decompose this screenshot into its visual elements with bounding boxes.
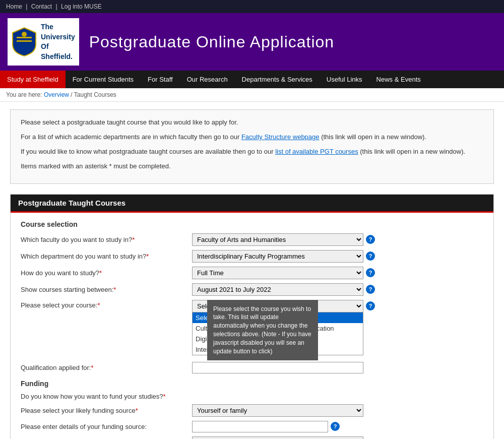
university-name: TheUniversityOfSheffield. bbox=[41, 22, 75, 61]
form-section-header: Postgraduate Taught Courses bbox=[11, 195, 493, 213]
login-link[interactable]: Log into MUSE bbox=[61, 3, 102, 10]
study-mode-label: How do you want to study?* bbox=[21, 269, 192, 277]
svg-point-2 bbox=[22, 32, 27, 37]
course-row: Please select your course:* Select cours… bbox=[21, 300, 483, 358]
study-mode-help-icon[interactable]: ? bbox=[366, 268, 375, 277]
funding-section: Funding Do you know how you want to fund… bbox=[21, 380, 483, 439]
department-label: Which department do you want to study in… bbox=[21, 253, 192, 260]
faculty-select[interactable]: Faculty of Arts and Humanities bbox=[192, 233, 363, 246]
info-line1: Please select a postgraduate taught cour… bbox=[21, 117, 483, 128]
qualification-row: Qualification applied for:* bbox=[21, 362, 483, 373]
faculty-help-icon[interactable]: ? bbox=[366, 235, 375, 244]
nav-departments-services[interactable]: Departments & Services bbox=[235, 71, 320, 88]
main-content: Please select a postgraduate taught cour… bbox=[0, 102, 504, 439]
top-bar: Home | Contact | Log into MUSE bbox=[0, 0, 504, 13]
course-label: Please select your course:* bbox=[21, 300, 192, 309]
nav-for-current-students[interactable]: For Current Students bbox=[66, 71, 141, 88]
breadcrumb-overview-link[interactable]: Overview bbox=[44, 91, 69, 98]
department-row: Which department do you want to study in… bbox=[21, 250, 483, 263]
logo-container: TheUniversityOfSheffield. bbox=[8, 18, 79, 66]
date-range-row: Show courses starting between:* August 2… bbox=[21, 283, 483, 296]
course-tooltip: Please select the course you wish to tak… bbox=[207, 300, 318, 361]
nav-useful-links[interactable]: Useful Links bbox=[320, 71, 369, 88]
faculty-structure-link[interactable]: Faculty Structure webpage bbox=[241, 133, 320, 141]
nav-news-events[interactable]: News & Events bbox=[369, 71, 428, 88]
department-help-icon[interactable]: ? bbox=[366, 252, 375, 261]
department-select[interactable]: Interdisciplinary Faculty Programmes bbox=[192, 250, 363, 263]
svg-rect-1 bbox=[17, 40, 32, 42]
date-range-select[interactable]: August 2021 to July 2022 bbox=[192, 283, 363, 296]
info-box: Please select a postgraduate taught cour… bbox=[10, 109, 494, 183]
fund-question-row: Do you know how you want to fund your st… bbox=[21, 393, 483, 400]
info-line4: Items marked with an asterisk * must be … bbox=[21, 161, 483, 172]
date-range-label: Show courses starting between:* bbox=[21, 286, 192, 293]
pgt-courses-link[interactable]: list of available PGT courses bbox=[275, 148, 358, 155]
nav-our-research[interactable]: Our Research bbox=[180, 71, 235, 88]
course-selection-title: Course selection bbox=[21, 220, 483, 228]
university-shield-icon bbox=[12, 27, 37, 57]
fund-question-label: Do you know how you want to fund your st… bbox=[21, 393, 192, 400]
breadcrumb: You are here: Overview / Taught Courses bbox=[0, 88, 504, 102]
breadcrumb-current: Taught Courses bbox=[74, 91, 116, 98]
funding-stage-row: What stage are you at with your funding?… bbox=[21, 436, 483, 439]
form-body: Course selection Which faculty do you wa… bbox=[11, 213, 493, 439]
date-range-help-icon[interactable]: ? bbox=[366, 285, 375, 294]
funding-source-row: Please select your likely funding source… bbox=[21, 404, 483, 417]
funding-details-row: Please enter details of your funding sou… bbox=[21, 421, 483, 432]
faculty-label: Which faculty do you want to study in?* bbox=[21, 236, 192, 243]
nav-for-staff[interactable]: For Staff bbox=[141, 71, 180, 88]
funding-source-select[interactable]: Yourself or family bbox=[192, 404, 363, 417]
study-mode-row: How do you want to study?* Full Time ? bbox=[21, 267, 483, 279]
funding-title: Funding bbox=[21, 380, 483, 388]
info-line2: For a list of which academic departments… bbox=[21, 132, 483, 143]
main-nav: Study at Sheffield For Current Students … bbox=[0, 71, 504, 88]
funding-details-label: Please enter details of your funding sou… bbox=[21, 423, 192, 430]
page-header-title: Postgraduate Online Application bbox=[89, 33, 334, 51]
qualification-label: Qualification applied for:* bbox=[21, 364, 192, 371]
header: TheUniversityOfSheffield. Postgraduate O… bbox=[0, 13, 504, 71]
study-mode-select[interactable]: Full Time bbox=[192, 267, 363, 279]
faculty-row: Which faculty do you want to study in?* … bbox=[21, 233, 483, 246]
funding-details-input[interactable] bbox=[192, 421, 328, 432]
contact-link[interactable]: Contact bbox=[31, 3, 52, 10]
funding-stage-select[interactable]: The funding has been confirmed bbox=[192, 436, 363, 439]
svg-rect-0 bbox=[17, 37, 32, 38]
funding-details-help-icon[interactable]: ? bbox=[331, 422, 340, 431]
funding-source-label: Please select your likely funding source… bbox=[21, 407, 192, 414]
home-link[interactable]: Home bbox=[6, 3, 22, 10]
qualification-input[interactable] bbox=[192, 362, 363, 373]
info-line3: If you would like to know what postgradu… bbox=[21, 147, 483, 157]
course-help-icon[interactable]: ? bbox=[366, 301, 375, 310]
form-section: Postgraduate Taught Courses Course selec… bbox=[10, 194, 494, 439]
nav-study-at-sheffield[interactable]: Study at Sheffield bbox=[0, 71, 66, 88]
